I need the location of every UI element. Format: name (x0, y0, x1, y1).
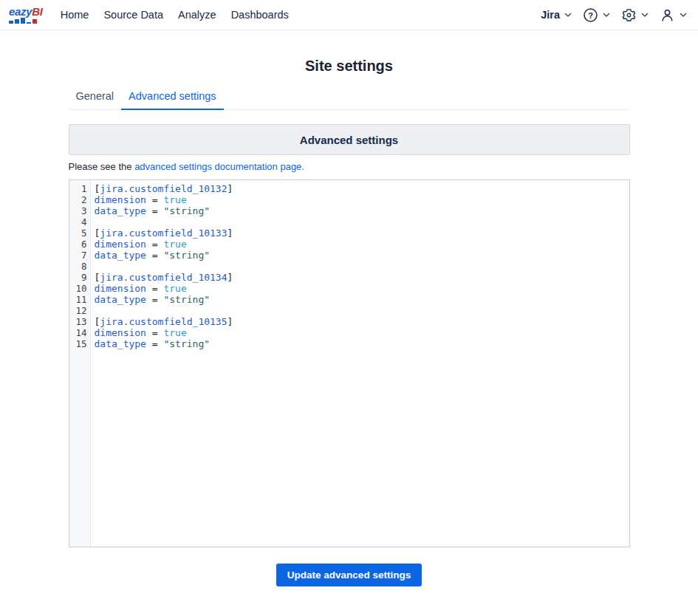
line-number: 5 (69, 227, 90, 239)
line-number: 12 (69, 305, 90, 316)
nav-item-home[interactable]: Home (61, 9, 89, 21)
line-number: 2 (69, 194, 90, 205)
chevron-down-icon (602, 10, 611, 19)
code-line: [jira.customfield_10135] (95, 316, 629, 327)
chevron-down-icon (564, 10, 572, 19)
settings-tabs: GeneralAdvanced settings (69, 86, 630, 110)
advanced-settings-code-editor[interactable]: 123456789101112131415 [jira.customfield_… (69, 179, 630, 547)
logo-text-red: BI (32, 5, 42, 18)
panel-header: Advanced settings (69, 124, 630, 155)
top-nav: eazyBI HomeSource DataAnalyzeDashboards … (0, 0, 698, 30)
code-line: data_type = "string" (95, 250, 629, 261)
user-icon (660, 7, 675, 23)
code-line: [jira.customfield_10133] (95, 227, 629, 239)
button-row: Update advanced settings (69, 564, 630, 586)
eazybi-logo[interactable]: eazyBI (9, 7, 43, 24)
line-number: 4 (69, 216, 90, 227)
line-number: 6 (69, 239, 90, 250)
code-line (95, 305, 629, 316)
chevron-down-icon (679, 10, 688, 19)
docs-note: Please see the advanced settings documen… (69, 161, 630, 172)
settings-menu[interactable] (621, 7, 649, 23)
eazybi-logo-text: eazyBI (9, 7, 43, 17)
help-icon: ? (583, 7, 598, 23)
nav-item-dashboards[interactable]: Dashboards (231, 9, 289, 21)
code-line (95, 216, 629, 227)
docs-link[interactable]: advanced settings documentation page. (134, 161, 304, 172)
svg-text:?: ? (588, 10, 593, 19)
line-number: 10 (69, 283, 90, 294)
main-content: Site settings GeneralAdvanced settings A… (69, 58, 630, 586)
line-number: 11 (69, 294, 90, 305)
editor-gutter: 123456789101112131415 (69, 180, 91, 547)
line-number: 7 (69, 250, 90, 261)
code-line: [jira.customfield_10134] (95, 272, 629, 283)
code-line (95, 261, 629, 272)
tab-general[interactable]: General (69, 86, 122, 110)
user-menu[interactable] (660, 7, 688, 23)
code-line: dimension = true (95, 239, 629, 250)
docs-note-text: Please see the (69, 161, 135, 172)
chevron-down-icon (640, 10, 649, 19)
line-number: 13 (69, 316, 90, 327)
jira-menu[interactable]: Jira (541, 9, 572, 21)
help-menu[interactable]: ? (583, 7, 611, 23)
code-line: dimension = true (95, 327, 629, 338)
line-number: 9 (69, 272, 90, 283)
line-number: 3 (69, 205, 90, 216)
line-number: 15 (69, 338, 90, 349)
gear-icon (621, 7, 637, 23)
nav-item-analyze[interactable]: Analyze (178, 9, 216, 21)
code-line: data_type = "string" (95, 338, 629, 349)
jira-menu-label: Jira (541, 9, 560, 21)
code-line: data_type = "string" (95, 294, 629, 305)
logo-bar-chart-icon (9, 18, 37, 24)
editor-code-area[interactable]: [jira.customfield_10132]dimension = true… (91, 180, 629, 547)
page-title: Site settings (69, 58, 630, 75)
update-advanced-settings-button[interactable]: Update advanced settings (276, 564, 422, 586)
line-number: 14 (69, 327, 90, 338)
main-nav: HomeSource DataAnalyzeDashboards (53, 9, 296, 21)
code-line: dimension = true (95, 194, 629, 205)
tab-advanced-settings[interactable]: Advanced settings (121, 86, 224, 110)
line-number: 8 (69, 261, 90, 272)
nav-item-source-data[interactable]: Source Data (103, 9, 163, 21)
code-line: data_type = "string" (95, 205, 629, 216)
line-number: 1 (69, 183, 90, 194)
code-line: [jira.customfield_10132] (95, 183, 629, 194)
nav-right: Jira ? (541, 7, 688, 23)
logo-text-blue: eazy (9, 5, 32, 18)
code-line: dimension = true (95, 283, 629, 294)
